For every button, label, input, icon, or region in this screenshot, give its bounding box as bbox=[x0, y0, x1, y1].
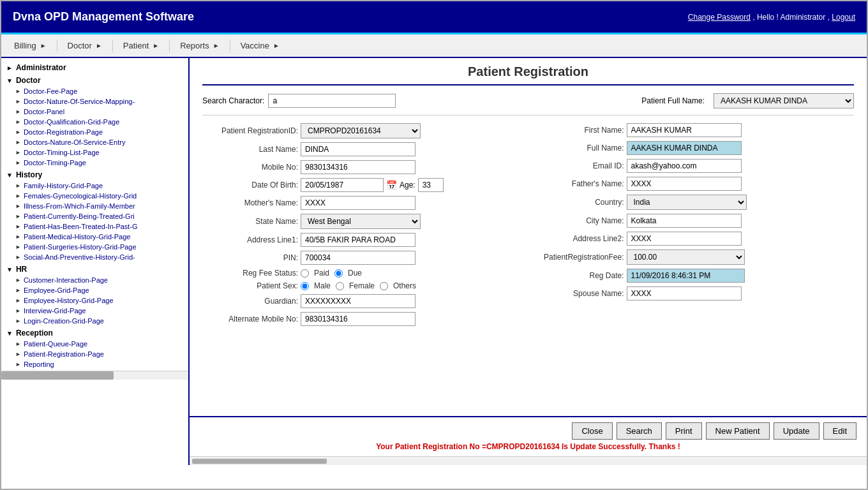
sidebar-item-interview[interactable]: ► Interview-Grid-Page bbox=[1, 306, 188, 316]
print-button[interactable]: Print bbox=[666, 422, 702, 440]
reg-fee-select[interactable]: 100.00 bbox=[627, 249, 745, 265]
male-label[interactable]: Male bbox=[314, 281, 331, 290]
address1-input[interactable] bbox=[301, 233, 415, 247]
update-button[interactable]: Update bbox=[774, 422, 819, 440]
top-navigation: Billing ► Doctor ► Patient ► Reports ► V… bbox=[1, 34, 867, 58]
reg-date-input[interactable] bbox=[627, 269, 745, 283]
age-input[interactable] bbox=[418, 178, 444, 192]
hello-text: Hello ! Administrator bbox=[757, 13, 825, 22]
sidebar-scrollbar[interactable] bbox=[1, 371, 188, 380]
email-input[interactable] bbox=[627, 159, 742, 173]
city-input[interactable] bbox=[627, 214, 742, 228]
sidebar-item-customer-interaction[interactable]: ► Customer-Interaction-Page bbox=[1, 275, 188, 285]
mobile-input[interactable] bbox=[301, 160, 415, 174]
nav-vaccine[interactable]: Vaccine ► bbox=[234, 38, 286, 53]
due-radio[interactable] bbox=[334, 269, 343, 278]
sidebar-group-history-header[interactable]: ▼ History bbox=[1, 169, 188, 181]
fathers-name-input[interactable] bbox=[627, 177, 742, 191]
logout-link[interactable]: Logout bbox=[832, 13, 855, 22]
sidebar-item-employee-history[interactable]: ► Employee-History-Grid-Page bbox=[1, 295, 188, 306]
nav-divider-1 bbox=[57, 40, 57, 52]
female-radio[interactable] bbox=[336, 282, 344, 290]
sidebar-item-doctor-timing[interactable]: ► Doctor-Timing-Page bbox=[1, 158, 188, 168]
sidebar-item-login-creation[interactable]: ► Login-Creation-Grid-Page bbox=[1, 316, 188, 326]
edit-button[interactable]: Edit bbox=[823, 422, 857, 440]
sidebar-item-family-history[interactable]: ► Family-History-Grid-Page bbox=[1, 181, 188, 191]
nav-patient[interactable]: Patient ► bbox=[117, 38, 165, 53]
calendar-icon[interactable]: 📅 bbox=[386, 180, 397, 190]
search-button[interactable]: Search bbox=[617, 422, 662, 440]
sidebar-item-surgeries[interactable]: ► Patient-Surgeries-History-Grid-Page bbox=[1, 242, 188, 252]
reports-arrow-icon: ► bbox=[213, 42, 220, 49]
triangle-down-icon: ▼ bbox=[6, 77, 13, 84]
sidebar-group-doctor: ▼ Doctor ► Doctor-Fee-Page ► Doctor-Natu… bbox=[1, 75, 188, 168]
alt-mobile-label: Alternate Mobile No: bbox=[209, 315, 298, 323]
paid-label[interactable]: Paid bbox=[314, 269, 329, 278]
search-char-input[interactable] bbox=[268, 94, 396, 108]
reg-date-label: Reg Date: bbox=[535, 271, 624, 280]
sidebar-item-doctor-qualification[interactable]: ► Doctor-Qualification-Grid-Page bbox=[1, 117, 188, 127]
sidebar-item-employee-grid[interactable]: ► Employee-Grid-Page bbox=[1, 285, 188, 295]
sidebar-group-doctor-header[interactable]: ▼ Doctor bbox=[1, 75, 188, 86]
sidebar-item-doctor-nature[interactable]: ► Doctor-Nature-Of-Service-Mapping- bbox=[1, 96, 188, 107]
pin-input[interactable] bbox=[301, 251, 415, 265]
patient-full-name-label: Patient Full Name: bbox=[641, 96, 705, 105]
close-button[interactable]: Close bbox=[572, 422, 612, 440]
others-radio[interactable] bbox=[380, 282, 388, 290]
fathers-name-label: Father's Name: bbox=[535, 179, 624, 188]
sidebar-item-doctor-registration[interactable]: ► Doctor-Registration-Page bbox=[1, 127, 188, 137]
sidebar-item-illness[interactable]: ► Illness-From-Which-Family-Member bbox=[1, 201, 188, 211]
search-char-label: Search Charactor: bbox=[202, 96, 264, 105]
guardian-row: Guardian: bbox=[209, 294, 522, 308]
state-select[interactable]: West Bengal bbox=[301, 214, 421, 229]
reg-fee-status-radio: Paid Due bbox=[301, 269, 362, 278]
sidebar-group-hr-header[interactable]: ▼ HR bbox=[1, 264, 188, 275]
sidebar-item-doctor-fee[interactable]: ► Doctor-Fee-Page bbox=[1, 86, 188, 96]
sidebar-item-patient-registration[interactable]: ► Patient-Registration-Page bbox=[1, 349, 188, 359]
others-label[interactable]: Others bbox=[393, 281, 416, 290]
sidebar-group-administrator-header[interactable]: ► Administrator bbox=[1, 62, 188, 73]
reg-id-select[interactable]: CMPROPD20161634 bbox=[301, 123, 421, 138]
address2-row: Address Line2: bbox=[535, 232, 848, 246]
alt-mobile-input[interactable] bbox=[301, 312, 415, 326]
address2-input[interactable] bbox=[627, 232, 742, 246]
mobile-label: Mobile No: bbox=[209, 163, 298, 172]
new-patient-button[interactable]: New Patient bbox=[706, 422, 770, 440]
sidebar-item-past-treated[interactable]: ► Patient-Has-Been-Treated-In-Past-G bbox=[1, 221, 188, 232]
dob-input[interactable] bbox=[301, 178, 384, 192]
nav-billing[interactable]: Billing ► bbox=[8, 38, 53, 53]
nav-doctor[interactable]: Doctor ► bbox=[61, 38, 108, 53]
change-password-link[interactable]: Change Password bbox=[688, 13, 751, 22]
bottom-scrollbar[interactable] bbox=[190, 456, 867, 465]
sidebar-item-medical-history[interactable]: ► Patient-Medical-History-Grid-Page bbox=[1, 232, 188, 242]
sidebar-item-currently-treated[interactable]: ► Patient-Currently-Being-Treated-Gri bbox=[1, 211, 188, 221]
dob-row: Date Of Birth: 📅 Age: bbox=[209, 178, 522, 192]
sidebar-item-patient-queue[interactable]: ► Patient-Queue-Page bbox=[1, 339, 188, 349]
sidebar-group-reception-header[interactable]: ▼ Reception bbox=[1, 327, 188, 339]
full-name-input[interactable] bbox=[627, 141, 742, 155]
sidebar-item-social-history[interactable]: ► Social-And-Preventive-History-Grid- bbox=[1, 252, 188, 262]
male-radio[interactable] bbox=[301, 282, 309, 290]
sidebar-item-females-gyn[interactable]: ► Females-Gynecological-History-Grid bbox=[1, 191, 188, 201]
nav-reports[interactable]: Reports ► bbox=[174, 38, 225, 53]
first-name-input[interactable] bbox=[627, 123, 742, 137]
sidebar-item-doctor-timing-list[interactable]: ► Doctor-Timing-List-Page bbox=[1, 147, 188, 158]
sidebar-item-reporting[interactable]: ► Reporting bbox=[1, 359, 188, 369]
reg-id-row: Patient RegistrationID: CMPROPD20161634 bbox=[209, 123, 522, 138]
female-label[interactable]: Female bbox=[349, 281, 375, 290]
mothers-name-row: Mother's Name: bbox=[209, 196, 522, 210]
full-name-row: Full Name: bbox=[535, 141, 848, 155]
paid-radio[interactable] bbox=[301, 269, 309, 278]
mothers-name-input[interactable] bbox=[301, 196, 415, 210]
last-name-input[interactable] bbox=[301, 142, 415, 156]
spouse-input[interactable] bbox=[627, 286, 742, 301]
sidebar-group-hr: ▼ HR ► Customer-Interaction-Page ► Emplo… bbox=[1, 264, 188, 326]
sidebar-item-doctor-panel[interactable]: ► Doctor-Panel bbox=[1, 107, 188, 117]
country-select[interactable]: India bbox=[627, 195, 747, 210]
full-name-label: Full Name: bbox=[535, 144, 624, 152]
sidebar-item-doctors-nature[interactable]: ► Doctors-Nature-Of-Service-Entry bbox=[1, 137, 188, 147]
state-label: State Name: bbox=[209, 217, 298, 226]
patient-full-name-select[interactable]: AAKASH KUMAR DINDA bbox=[714, 93, 854, 108]
guardian-input[interactable] bbox=[301, 294, 415, 308]
due-label[interactable]: Due bbox=[348, 269, 362, 278]
